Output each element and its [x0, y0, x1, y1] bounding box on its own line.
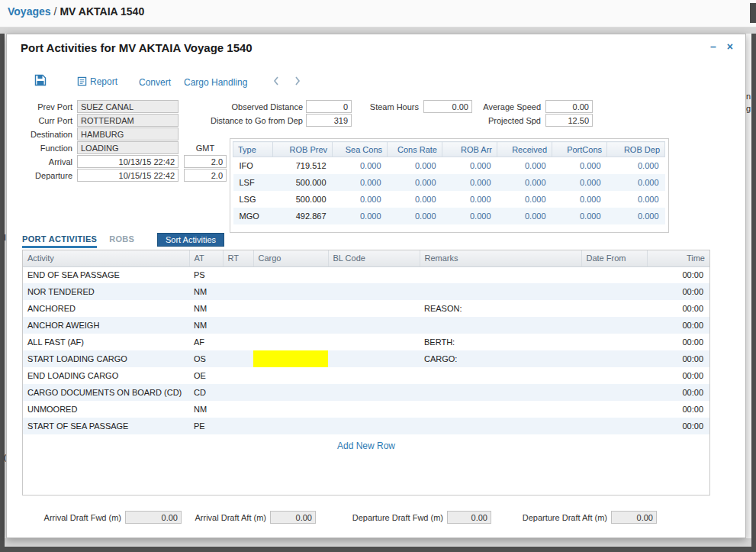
activity-cell-bl_code[interactable] — [328, 418, 420, 434]
average-speed-input[interactable] — [545, 100, 593, 113]
activity-row[interactable]: ALL FAST (AF)AFBERTH:00:00 — [23, 334, 709, 350]
rob-value[interactable]: 0.000 — [497, 157, 552, 174]
rob-col-cons-rate[interactable]: Cons Rate — [388, 142, 442, 157]
rob-value[interactable]: 0.000 — [442, 191, 497, 208]
activity-cell-remarks[interactable] — [420, 283, 581, 300]
activity-cell-activity[interactable]: CARGO DOCUMENTS ON BOARD (CD) — [23, 384, 189, 401]
rob-value[interactable]: 0.000 — [607, 174, 665, 191]
activity-row[interactable]: CARGO DOCUMENTS ON BOARD (CD)CD00:00 — [23, 384, 709, 401]
activity-row[interactable]: UNMOOREDNM00:00 — [23, 401, 709, 418]
departure-draft-aft-input[interactable] — [611, 511, 657, 524]
activity-cell-rt[interactable] — [223, 367, 253, 384]
activity-cell-remarks[interactable]: BERTH: — [420, 334, 581, 350]
activity-cell-date_from[interactable] — [581, 266, 647, 283]
curr-port-input[interactable] — [77, 114, 179, 127]
rob-col-rob-arr[interactable]: ROB Arr — [442, 142, 497, 157]
activity-cell-activity[interactable]: ANCHOR AWEIGH — [23, 317, 189, 334]
rob-value[interactable]: 0.000 — [333, 208, 388, 224]
tab-port-activities[interactable]: PORT ACTIVITIES — [22, 234, 97, 248]
rob-value[interactable]: 0.000 — [497, 174, 552, 191]
activities-col-cargo[interactable]: Cargo — [253, 250, 328, 266]
next-chevron-icon[interactable] — [291, 74, 304, 88]
activity-cell-at[interactable]: OE — [189, 367, 223, 384]
rob-col-portcons[interactable]: PortCons — [552, 142, 607, 157]
rob-value[interactable]: 0.000 — [333, 157, 388, 174]
activity-cell-activity[interactable]: END OF SEA PASSAGE — [23, 266, 189, 283]
activity-cell-at[interactable]: NM — [189, 317, 223, 334]
rob-row[interactable]: MGO492.8670.0000.0000.0000.0000.0000.000 — [233, 208, 665, 224]
activity-row[interactable]: END OF SEA PASSAGEPS00:00 — [23, 266, 709, 283]
activity-cell-bl_code[interactable] — [328, 334, 420, 350]
rob-value[interactable]: 0.000 — [607, 208, 665, 224]
activity-cell-activity[interactable]: ALL FAST (AF) — [23, 334, 189, 350]
activity-cell-at[interactable]: AF — [189, 334, 223, 350]
activity-cell-activity[interactable]: ANCHORED — [23, 300, 189, 317]
departure-draft-fwd-input[interactable] — [447, 511, 491, 524]
activity-row[interactable]: NOR TENDEREDNM00:00 — [23, 283, 709, 300]
cargo-handling-button[interactable]: Cargo Handling — [184, 77, 247, 88]
activity-cell-bl_code[interactable] — [328, 367, 420, 384]
activity-cell-activity[interactable]: START OF SEA PASSAGE — [23, 418, 189, 434]
distance-to-go-input[interactable] — [306, 114, 352, 127]
destination-input[interactable] — [77, 128, 179, 140]
activity-cell-date_from[interactable] — [581, 367, 647, 384]
rob-col-rob-dep[interactable]: ROB Dep — [607, 142, 665, 157]
activity-cell-date_from[interactable] — [581, 300, 647, 317]
activity-cell-date_from[interactable] — [581, 283, 647, 300]
activity-cell-bl_code[interactable] — [328, 317, 420, 334]
rob-value[interactable]: 0.000 — [333, 191, 388, 208]
activity-cell-cargo[interactable] — [253, 300, 328, 317]
activity-cell-remarks[interactable] — [420, 367, 581, 384]
rob-value[interactable]: 492.867 — [273, 208, 333, 224]
arrival-draft-fwd-input[interactable] — [125, 511, 182, 524]
activity-cell-time[interactable]: 00:00 — [647, 367, 709, 384]
rob-value[interactable]: 0.000 — [388, 157, 442, 174]
activities-col-activity[interactable]: Activity — [23, 250, 189, 266]
activity-cell-at[interactable]: NM — [189, 283, 223, 300]
activity-row[interactable]: END LOADING CARGOOE00:00 — [23, 367, 709, 384]
rob-value[interactable]: 0.000 — [442, 208, 497, 224]
activity-cell-rt[interactable] — [223, 334, 253, 350]
activities-col-remarks[interactable]: Remarks — [420, 250, 581, 266]
activity-cell-date_from[interactable] — [581, 384, 647, 401]
activity-cell-rt[interactable] — [223, 266, 253, 283]
activity-cell-bl_code[interactable] — [328, 283, 420, 300]
activity-cell-rt[interactable] — [223, 317, 253, 334]
activity-cell-rt[interactable] — [223, 418, 253, 434]
rob-value[interactable]: 0.000 — [497, 191, 552, 208]
activity-cell-cargo[interactable] — [253, 266, 328, 283]
add-new-row-link[interactable]: Add New Row — [23, 434, 709, 451]
activity-cell-remarks[interactable] — [420, 266, 581, 283]
activity-row[interactable]: ANCHOREDNMREASON:00:00 — [23, 300, 709, 317]
activities-col-bl-code[interactable]: BL Code — [328, 250, 420, 266]
sort-activities-button[interactable]: Sort Activities — [157, 233, 224, 247]
activity-cell-rt[interactable] — [223, 401, 253, 418]
activities-col-date-from[interactable]: Date From — [581, 250, 647, 266]
projected-speed-input[interactable] — [545, 114, 593, 127]
rob-col-sea-cons[interactable]: Sea Cons — [333, 142, 388, 157]
activity-cell-remarks[interactable] — [420, 401, 581, 418]
activity-cell-time[interactable]: 00:00 — [647, 384, 709, 401]
rob-value[interactable]: 0.000 — [442, 157, 497, 174]
activity-cell-cargo[interactable] — [253, 283, 328, 300]
activities-col-rt[interactable]: RT — [223, 250, 253, 266]
activity-cell-cargo[interactable] — [253, 334, 328, 350]
minimize-icon[interactable]: – — [710, 40, 716, 53]
rob-value[interactable]: 0.000 — [388, 191, 442, 208]
activity-cell-date_from[interactable] — [581, 401, 647, 418]
activity-cell-time[interactable]: 00:00 — [647, 350, 709, 367]
rob-value[interactable]: 500.000 — [273, 174, 333, 191]
activity-cell-cargo[interactable] — [253, 367, 328, 384]
activity-cell-at[interactable]: OS — [189, 350, 223, 367]
activity-cell-activity[interactable]: END LOADING CARGO — [23, 367, 189, 384]
prev-chevron-icon[interactable] — [269, 74, 283, 88]
rob-value[interactable]: 0.000 — [388, 174, 442, 191]
activity-cell-rt[interactable] — [223, 350, 253, 367]
activity-cell-date_from[interactable] — [581, 317, 647, 334]
activity-cell-time[interactable]: 00:00 — [647, 283, 709, 300]
activity-cell-bl_code[interactable] — [328, 350, 420, 367]
function-input[interactable] — [77, 141, 179, 154]
rob-value[interactable]: 500.000 — [273, 191, 333, 208]
arrival-draft-aft-input[interactable] — [270, 511, 316, 524]
rob-value[interactable]: 0.000 — [552, 174, 607, 191]
